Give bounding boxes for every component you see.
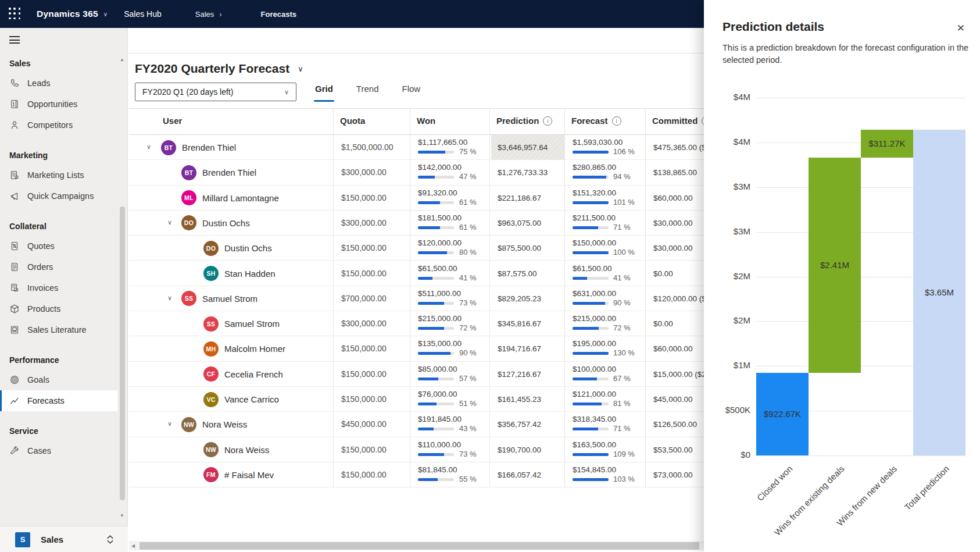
committed-value: $73,000.00 [653,462,693,487]
row-expand-chevron-icon[interactable]: ∨ [146,143,151,151]
column-header-committed[interactable]: Committedi [652,116,704,126]
forecast-row-vc-10[interactable]: VCVance Carrico$150,000.00$76,000.0051 %… [129,387,704,412]
prediction-value[interactable]: $963,075.00 [498,211,541,236]
app-launcher-waffle-icon[interactable] [8,6,23,22]
scroll-down-icon[interactable]: ▼ [120,513,124,518]
sidebar-item-goals[interactable]: Goals [0,369,117,390]
forecast-row-sh-5[interactable]: SHStan Hadden$150,000.00$61,500.0041 %$8… [129,261,704,286]
chevron-down-icon[interactable]: ∨ [103,11,108,17]
forecast-row-cf-9[interactable]: CFCecelia French$150,000.00$85,000.0057 … [129,362,704,387]
sidebar-item-invoices[interactable]: Invoices [0,277,117,298]
forecast-amount: $121,000.00 [573,390,616,398]
y-axis-tick-label: $3M [706,181,750,191]
column-header-prediction[interactable]: Predictioni [496,116,552,126]
prediction-value[interactable]: $190,700.00 [498,437,541,462]
app-name[interactable]: Sales Hub [124,9,162,19]
forecast-amount: $150,000.00 [573,238,616,247]
won-progress-bar [418,403,454,405]
won-amount: $135,000.00 [418,339,462,348]
prediction-value[interactable]: $127,216.67 [498,362,541,387]
avatar: MH [203,341,219,357]
forecast-percent: 103 % [613,475,635,483]
forecast-row-fm-13[interactable]: FM# Faisal Mev$150,000.00$81,845.0055 %$… [129,462,704,487]
prediction-value[interactable]: $161,455.23 [498,387,541,412]
breadcrumb-current[interactable]: Forecasts [261,10,296,19]
hamburger-menu-icon[interactable] [9,36,20,44]
expand-collapse-chevrons-icon[interactable] [106,535,114,544]
info-icon[interactable]: i [612,116,621,126]
column-header-user[interactable]: User [163,116,182,126]
quota-value: $700,000.00 [341,286,387,311]
prediction-value[interactable]: $345,816.67 [498,311,541,336]
column-header-forecast[interactable]: Forecasti [571,116,621,126]
cube-icon [9,304,20,314]
sidebar-item-leads[interactable]: Leads [0,73,117,94]
prediction-value[interactable]: $356,757.42 [498,412,541,437]
column-header-won[interactable]: Won [417,116,435,126]
sidebar-item-marketing-lists[interactable]: Marketing Lists [0,165,117,186]
column-header-label: User [163,116,182,126]
forecast-row-do-3[interactable]: ∨DODustin Ochs$300,000.00$181,500.0061 %… [129,211,704,236]
sidebar-item-cases[interactable]: Cases [0,440,117,461]
horizontal-scrollbar-thumb[interactable] [140,542,699,550]
forecast-row-ss-7[interactable]: SSSamuel Strom$300,000.00$215,000.0072 %… [129,311,704,336]
area-label: Sales [41,535,63,544]
info-icon[interactable]: i [543,116,552,126]
avatar: BT [181,165,196,180]
forecast-row-mh-8[interactable]: MHMalcolm Homer$150,000.00$135,000.0090 … [129,336,704,361]
tab-trend[interactable]: Trend [356,84,379,102]
tab-grid[interactable]: Grid [315,84,333,102]
sidebar-item-sales-literature[interactable]: Sales Literature [0,319,117,340]
won-amount: $511,000.00 [418,289,461,298]
area-switcher[interactable]: S Sales [0,526,128,552]
won-amount: $142,000.00 [418,163,462,172]
scroll-up-icon[interactable]: ▲ [120,57,124,62]
forecast-row-ml-2[interactable]: MLMillard Lamontagne$150,000.00$91,320.0… [129,186,704,211]
forecast-period-dropdown[interactable]: FY2020 Q1 (20 days left) ∨ [135,83,296,101]
forecast-amount: $280,865.00 [573,163,616,172]
quota-value: $150,000.00 [341,387,387,412]
prediction-value[interactable]: $829,205.23 [498,286,541,311]
breadcrumb-area[interactable]: Sales [195,10,214,19]
x-axis-category-label: Total prediction [903,464,951,512]
sidebar-item-quotes[interactable]: Quotes [0,236,117,257]
sidebar-item-competitors[interactable]: Competitors [0,115,117,136]
quota-value: $450,000.00 [341,412,387,437]
tab-flow[interactable]: Flow [402,84,420,102]
prediction-value[interactable]: $875,500.00 [498,236,541,261]
forecast-row-ss-6[interactable]: ∨SSSamuel Strom$700,000.00$511,000.0073 … [129,286,704,311]
sidebar-item-opportunities[interactable]: Opportunities [0,94,117,115]
forecast-amount: $163,500.00 [573,440,616,449]
prediction-value[interactable]: $194,716.67 [498,336,541,361]
row-expand-chevron-icon[interactable]: ∨ [167,219,172,226]
sidebar-item-products[interactable]: Products [0,298,117,319]
literature-icon [9,325,20,335]
sidebar-scrollbar-thumb[interactable] [120,206,125,500]
forecast-row-nw-11[interactable]: ∨NWNora Weiss$450,000.00$191,845.0043 %$… [129,412,704,437]
prediction-value[interactable]: $87,575.00 [498,261,537,286]
row-expand-chevron-icon[interactable]: ∨ [167,294,172,302]
won-amount: $1,117,665.00 [418,138,467,147]
sidebar-item-forecasts[interactable]: Forecasts [0,390,117,411]
prediction-value[interactable]: $166,057.42 [498,462,541,487]
forecast-progress-bar [573,277,609,280]
sidebar-item-quick-campaigns[interactable]: Quick Campaigns [0,186,117,206]
grid-horizontal-scrollbar[interactable]: ◀ [129,541,704,550]
forecast-percent: 71 % [613,424,631,433]
prediction-value[interactable]: $3,646,957.64 [498,135,548,160]
prediction-value[interactable]: $1,276,733.33 [498,160,548,185]
forecast-row-do-4[interactable]: DODustin Ochs$150,000.00$120,000.0080 %$… [129,236,704,261]
prediction-value[interactable]: $221,186.67 [498,186,541,211]
sidebar-item-label: Goals [27,375,49,384]
forecast-row-bt-0[interactable]: ∨BTBrenden Thiel$1,500,000.00$1,117,665.… [129,135,704,160]
close-icon[interactable]: ✕ [957,22,965,34]
scroll-left-icon[interactable]: ◀ [131,543,135,549]
sidebar-item-orders[interactable]: Orders [0,257,117,277]
row-expand-chevron-icon[interactable]: ∨ [167,420,172,428]
column-header-quota[interactable]: Quota [340,116,365,126]
forecast-row-bt-1[interactable]: BTBrenden Thiel$300,000.00$142,000.0047 … [129,160,704,185]
sidebar-scrollbar[interactable]: ▲ ▼ [117,28,127,526]
forecast-row-nw-12[interactable]: NWNora Weiss$150,000.00$110,000.0073 %$1… [129,437,704,462]
forecast-view-selector[interactable]: FY2020 Quarterly Forecast ∨ [135,62,303,76]
wrench-icon [9,446,20,456]
